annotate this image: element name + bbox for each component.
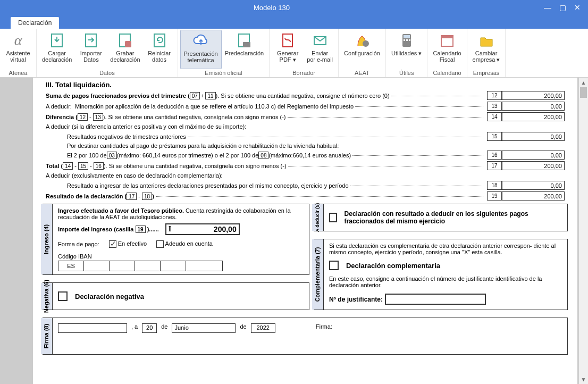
iban-input[interactable]: ES — [58, 261, 304, 271]
firma-lugar-input[interactable] — [58, 323, 127, 333]
label-adeducir: A deducir (5) — [315, 203, 320, 232]
doc-refresh-icon — [150, 32, 169, 49]
svg-point-10 — [363, 40, 369, 47]
asistente-virtual-button[interactable]: α Asistentevirtual — [2, 30, 34, 69]
ribbon: α Asistentevirtual Atenea Cargardeclarac… — [0, 29, 588, 78]
cambiar-empresa-button[interactable]: Cambiarempresa ▾ — [469, 30, 503, 69]
cell-18-num: 18 — [487, 181, 502, 190]
cell-14-num: 14 — [487, 112, 502, 121]
justificante-input[interactable] — [385, 294, 486, 305]
cargar-declaracion-button[interactable]: Cargardeclaración — [39, 30, 75, 69]
svg-rect-12 — [404, 35, 410, 38]
checkbox-negativa[interactable] — [58, 291, 68, 301]
predeclaracion-button[interactable]: Predeclaración — [222, 30, 267, 69]
form-page: III. Total liquidación. Suma de pagos fr… — [33, 78, 577, 384]
scroll-thumb[interactable] — [580, 87, 587, 98]
tab-declaracion[interactable]: Declaración — [11, 17, 59, 29]
cell-12-val[interactable]: 200,00 — [502, 91, 565, 100]
close-button[interactable]: ✕ — [570, 2, 585, 13]
svg-text:α: α — [14, 32, 23, 48]
svg-rect-7 — [243, 42, 250, 47]
doc-print-icon — [234, 32, 254, 49]
cell-13-num: 13 — [487, 102, 502, 111]
label-ingreso: Ingreso (4) — [44, 224, 50, 254]
svg-rect-13 — [404, 39, 405, 41]
importar-datos-button[interactable]: ImportarDatos — [75, 30, 107, 69]
group-aeat: AEAT — [341, 69, 383, 76]
section-complementaria: Complementaria (7) Si esta declaración e… — [314, 239, 568, 310]
checkbox-adeducir[interactable] — [329, 213, 337, 222]
section-ingreso: Ingreso (4) Ingreso efectuado a favor de… — [43, 204, 309, 275]
enviar-email-button[interactable]: Enviarpor e-mail — [304, 30, 336, 69]
cell-14-val[interactable]: 200,00 — [502, 112, 565, 121]
group-borrador: Borrador — [272, 69, 336, 76]
generar-pdf-button[interactable]: GenerarPDF ▾ — [272, 30, 304, 69]
doc-right-icon — [81, 32, 100, 49]
cloud-upload-icon — [191, 32, 211, 49]
maximize-button[interactable]: ▢ — [555, 2, 570, 13]
doc-save-icon — [115, 32, 135, 49]
doc-down-icon — [47, 32, 66, 49]
cell-17-num: 17 — [487, 161, 502, 170]
utilidades-button[interactable]: Utilidades ▾ — [388, 30, 425, 69]
scroll-down-icon[interactable]: ▼ — [579, 374, 588, 384]
scroll-up-icon[interactable]: ▲ — [579, 78, 588, 87]
calendario-fiscal-button[interactable]: CalendarioFiscal — [430, 30, 464, 69]
reiniciar-datos-button[interactable]: Reiniciardatos — [144, 30, 175, 69]
minimize-button[interactable]: — — [540, 2, 555, 13]
group-utiles: Útiles — [388, 69, 425, 76]
vertical-scrollbar[interactable]: ▲ ▼ — [578, 78, 588, 384]
checkbox-complementaria[interactable] — [329, 261, 339, 270]
cell-13-val[interactable]: 0,00 — [502, 102, 565, 111]
cell-17-val[interactable]: 200,00 — [502, 161, 565, 170]
configuracion-button[interactable]: Configuración — [341, 30, 383, 69]
firma-month-input[interactable]: Junio — [172, 323, 236, 333]
aeat-gear-icon — [352, 32, 372, 49]
group-atenea: Atenea — [2, 69, 34, 76]
checkbox-efectivo[interactable] — [109, 240, 116, 248]
calculator-icon — [397, 32, 416, 49]
folder-icon — [477, 32, 496, 49]
label-negativa: Negativa (6) — [44, 280, 50, 313]
label-firma: Firma (8) — [44, 324, 50, 348]
titlebar: Modelo 130 — ▢ ✕ — [0, 0, 588, 15]
group-calendario: Calendario — [430, 69, 464, 76]
pdf-icon — [278, 32, 297, 49]
window-title: Modelo 130 — [3, 4, 540, 12]
grabar-declaracion-button[interactable]: Grabardeclaración — [107, 30, 143, 69]
content-area: III. Total liquidación. Suma de pagos fr… — [0, 78, 588, 384]
cell-19-num: 19 — [487, 191, 502, 201]
cell-16-num: 16 — [487, 151, 502, 160]
svg-rect-17 — [441, 36, 453, 38]
calendar-icon — [438, 32, 457, 49]
cell-15-val[interactable]: 0,00 — [502, 132, 565, 141]
svg-rect-4 — [125, 41, 131, 47]
firma-year-input[interactable]: 2022 — [251, 323, 275, 333]
section-adeducir: A deducir (5) Declaración con resultado … — [314, 204, 568, 231]
alpha-icon: α — [9, 32, 28, 49]
importe-input[interactable]: I200,00 — [165, 223, 240, 235]
checkbox-adeudo[interactable] — [156, 240, 164, 248]
h3-liquidacion: III. Total liquidación. — [46, 81, 565, 89]
email-icon — [310, 32, 330, 49]
section-negativa: Negativa (6) Declaración negativa — [43, 282, 309, 310]
cell-16-val[interactable]: 0,00 — [502, 151, 565, 160]
group-empresas: Empresas — [469, 69, 503, 76]
cell-19-val[interactable]: 200,00 — [502, 191, 565, 201]
section-liquidacion: III. Total liquidación. Suma de pagos fr… — [43, 81, 568, 201]
svg-rect-15 — [409, 39, 410, 41]
cell-15-num: 15 — [487, 132, 502, 141]
group-datos: Datos — [39, 69, 175, 76]
presentacion-telematica-button[interactable]: Presentacióntelemática — [180, 30, 222, 69]
section-firma: Firma (8) , a 20 de Junio de 2022 Firma: — [43, 318, 568, 355]
svg-rect-14 — [406, 39, 408, 41]
label-complementaria: Complementaria (7) — [314, 247, 321, 302]
group-emision: Emisión oficial — [180, 69, 267, 76]
tab-strip: Declaración — [0, 15, 588, 29]
firma-day-input[interactable]: 20 — [142, 323, 157, 333]
cell-12-num: 12 — [487, 91, 502, 100]
cell-18-val[interactable]: 0,00 — [502, 181, 565, 190]
